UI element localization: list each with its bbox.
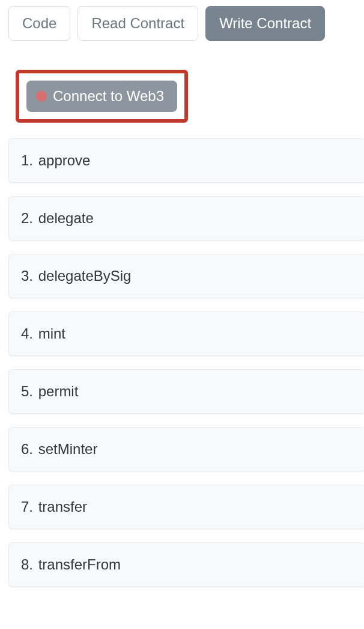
function-name: transfer: [38, 499, 87, 515]
function-index: 4.: [21, 325, 33, 342]
connect-highlight-box: Connect to Web3: [16, 70, 188, 123]
function-item-delegatebysig[interactable]: 3. delegateBySig: [8, 254, 364, 298]
function-index: 2.: [21, 210, 33, 226]
function-item-mint[interactable]: 4. mint: [8, 311, 364, 356]
function-name: setMinter: [38, 441, 98, 457]
connection-status-icon: [36, 91, 47, 102]
function-name: approve: [38, 152, 91, 168]
tab-read-contract[interactable]: Read Contract: [77, 6, 198, 41]
function-item-delegate[interactable]: 2. delegate: [8, 196, 364, 241]
function-item-transferfrom[interactable]: 8. transferFrom: [8, 542, 364, 587]
function-item-transfer[interactable]: 7. transfer: [8, 485, 364, 529]
tab-code[interactable]: Code: [8, 6, 70, 41]
function-item-permit[interactable]: 5. permit: [8, 369, 364, 414]
function-index: 7.: [21, 499, 33, 515]
function-name: transferFrom: [38, 556, 121, 572]
function-name: mint: [38, 325, 65, 342]
function-name: permit: [38, 383, 79, 399]
function-index: 3.: [21, 268, 33, 284]
function-index: 8.: [21, 556, 33, 572]
function-name: delegate: [38, 210, 94, 226]
function-item-setminter[interactable]: 6. setMinter: [8, 427, 364, 471]
connect-button-label: Connect to Web3: [53, 88, 164, 105]
function-index: 6.: [21, 441, 33, 457]
tab-write-contract[interactable]: Write Contract: [205, 6, 325, 41]
contract-tabs: Code Read Contract Write Contract: [8, 6, 364, 41]
function-index: 1.: [21, 152, 33, 168]
function-name: delegateBySig: [38, 268, 132, 284]
write-functions-list: 1. approve 2. delegate 3. delegateBySig …: [8, 138, 364, 587]
function-item-approve[interactable]: 1. approve: [8, 138, 364, 183]
connect-to-web3-button[interactable]: Connect to Web3: [26, 81, 177, 112]
function-index: 5.: [21, 383, 33, 399]
